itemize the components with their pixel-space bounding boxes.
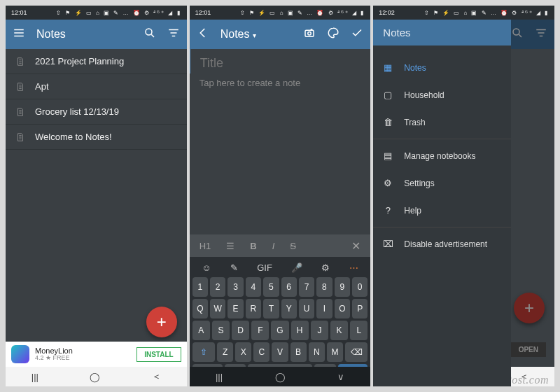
bold-button[interactable]: B: [250, 241, 256, 251]
key-J[interactable]: J: [311, 321, 328, 340]
note-item[interactable]: Apt: [6, 74, 187, 99]
recents-button[interactable]: |||: [31, 372, 38, 382]
drawer-item-notes[interactable]: ▦Notes: [373, 54, 511, 81]
drawer-item-manage notebooks[interactable]: ▤Manage notebooks: [373, 142, 511, 169]
emoji-icon[interactable]: ☺: [202, 262, 211, 273]
palette-icon[interactable]: [327, 27, 340, 42]
drawer-item-help[interactable]: ?Help: [373, 197, 511, 224]
key-7[interactable]: 7: [299, 277, 314, 297]
key-2[interactable]: 2: [210, 277, 225, 297]
key-M[interactable]: M: [327, 342, 343, 362]
key-L[interactable]: L: [350, 321, 368, 340]
ad-open-button[interactable]: OPEN: [511, 342, 546, 357]
drawer-header: Notes: [373, 20, 511, 46]
key-1[interactable]: 1: [192, 277, 208, 297]
key-Q[interactable]: Q: [192, 299, 208, 318]
screenshot-notes-list: 12:01 ⇧ ⚑ ⚡ ▭ ⌂ ▣ ✎ … ⏰ ⚙ ⁴ᴳ⁺ ◢ ▮ Notes …: [6, 6, 187, 386]
drawer-item-label: Disable advertisement: [404, 239, 487, 249]
gif-icon[interactable]: GIF: [257, 262, 272, 273]
key-B[interactable]: B: [290, 342, 307, 362]
back-button[interactable]: ∨: [337, 372, 344, 382]
key-I[interactable]: I: [316, 299, 332, 318]
drawer-item-icon: 🗑: [383, 117, 393, 127]
key-R[interactable]: R: [246, 299, 261, 318]
note-title-input[interactable]: [190, 49, 371, 74]
search-icon[interactable]: [511, 27, 524, 42]
heading-button[interactable]: H1: [200, 241, 211, 251]
back-icon[interactable]: [197, 27, 209, 42]
sort-icon[interactable]: [167, 27, 180, 42]
back-button[interactable]: ＜: [519, 370, 528, 383]
screenshot-drawer: 12:02 ⇧ ⚑ ⚡ ▭ ⌂ ▣ ✎ … ⏰ ⚙ ⁴ᴳ⁺ ◢ ▮ + OPEN…: [373, 6, 554, 386]
key-5[interactable]: 5: [263, 277, 279, 297]
drawer-item-trash[interactable]: 🗑Trash: [373, 108, 511, 136]
ad-install-button[interactable]: INSTALL: [136, 347, 181, 362]
key-S[interactable]: S: [212, 321, 230, 340]
key-E[interactable]: E: [227, 299, 243, 318]
key-P[interactable]: P: [352, 299, 368, 318]
gear-icon[interactable]: ⚙: [321, 262, 330, 273]
drawer-item-household[interactable]: ▢Household: [373, 81, 511, 108]
more-icon[interactable]: ⋯: [349, 262, 358, 273]
key-Z[interactable]: Z: [217, 342, 233, 362]
search-icon[interactable]: [144, 27, 156, 42]
key-9[interactable]: 9: [335, 277, 350, 297]
key-6[interactable]: 6: [281, 277, 297, 297]
note-item[interactable]: Grocery list 12/13/19: [6, 99, 187, 125]
key-X[interactable]: X: [235, 342, 251, 362]
sort-icon[interactable]: [535, 27, 547, 42]
system-nav-bar: ||| ◯ ＜: [6, 367, 187, 386]
svg-point-2: [308, 32, 312, 36]
key-D[interactable]: D: [232, 321, 249, 340]
key-⇧[interactable]: ⇧: [192, 342, 215, 362]
keyboard-toolbar: ☺ ✎ GIF 🎤 ⚙ ⋯: [192, 260, 368, 275]
menu-icon[interactable]: [13, 27, 25, 42]
breadcrumb[interactable]: Notes ▾: [220, 28, 293, 41]
recents-button[interactable]: |||: [216, 372, 223, 382]
key-8[interactable]: 8: [316, 277, 332, 297]
app-bar: Notes ▾: [190, 20, 371, 49]
ad-subtitle: 4.2 ★ FREE: [35, 355, 131, 362]
key-F[interactable]: F: [251, 321, 269, 340]
note-item[interactable]: Welcome to Notes!: [6, 125, 187, 150]
key-C[interactable]: C: [253, 342, 270, 362]
sticker-icon[interactable]: ✎: [230, 262, 238, 273]
key-U[interactable]: U: [299, 299, 314, 318]
drawer-item-settings[interactable]: ⚙Settings: [373, 169, 511, 197]
back-button[interactable]: ＜: [152, 370, 161, 383]
system-nav-bar: ||| ◯ ∨: [190, 367, 371, 386]
key-V[interactable]: V: [272, 342, 288, 362]
key-H[interactable]: H: [291, 321, 309, 340]
key-Y[interactable]: Y: [281, 299, 297, 318]
status-bar: 12:02 ⇧ ⚑ ⚡ ▭ ⌂ ▣ ✎ … ⏰ ⚙ ⁴ᴳ⁺ ◢ ▮: [373, 6, 554, 20]
note-title: Apt: [35, 81, 49, 92]
drawer-item-icon: ?: [383, 205, 393, 216]
clock: 12:01: [11, 9, 27, 16]
done-icon[interactable]: [351, 27, 363, 42]
italic-button[interactable]: I: [272, 241, 275, 251]
ad-banner[interactable]: MoneyLion 4.2 ★ FREE INSTALL: [6, 342, 187, 367]
home-button[interactable]: ◯: [275, 372, 286, 382]
key-W[interactable]: W: [210, 299, 225, 318]
key-0[interactable]: 0: [352, 277, 368, 297]
close-toolbar-icon[interactable]: ✕: [351, 239, 360, 253]
key-A[interactable]: A: [192, 321, 210, 340]
key-K[interactable]: K: [330, 321, 348, 340]
note-body-hint[interactable]: Tap here to create a note: [190, 74, 371, 92]
key-3[interactable]: 3: [227, 277, 243, 297]
key-N[interactable]: N: [309, 342, 325, 362]
note-item[interactable]: 2021 Project Planning: [6, 49, 187, 74]
key-4[interactable]: 4: [246, 277, 261, 297]
key-T[interactable]: T: [263, 299, 279, 318]
add-note-fab[interactable]: +: [514, 293, 545, 323]
strike-button[interactable]: S: [290, 241, 296, 251]
key-O[interactable]: O: [335, 299, 350, 318]
key-⌫[interactable]: ⌫: [345, 342, 368, 362]
key-G[interactable]: G: [271, 321, 288, 340]
add-note-fab[interactable]: +: [146, 307, 177, 337]
home-button[interactable]: ◯: [90, 372, 100, 382]
mic-icon[interactable]: 🎤: [291, 262, 302, 273]
list-icon[interactable]: ☰: [226, 241, 234, 251]
camera-icon[interactable]: [303, 27, 316, 42]
drawer-item-disable advertisement[interactable]: ⌧Disable advertisement: [373, 230, 511, 258]
